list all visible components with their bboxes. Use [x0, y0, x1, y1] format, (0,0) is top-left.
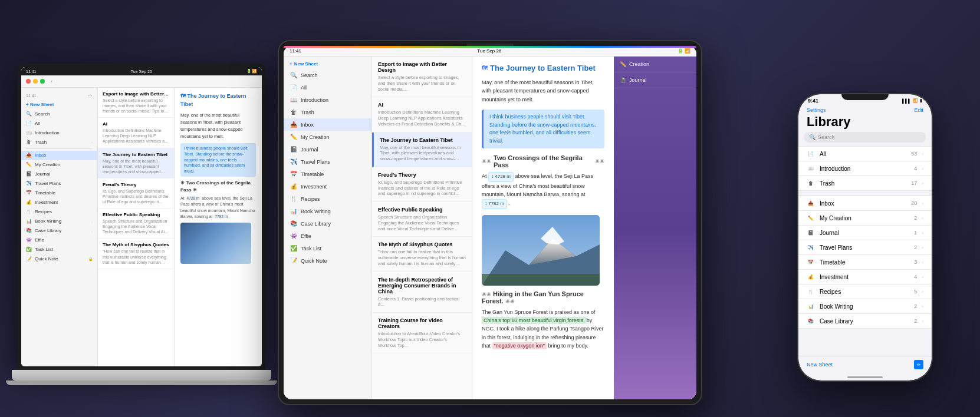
sidebar-item-quick-note[interactable]: 📝 Quick Note 🔒 [21, 254, 97, 264]
iphone-item-investment[interactable]: 💰 Investment 4 › [798, 270, 932, 284]
iphone-item-journal[interactable]: 📓 Journal 1 › [798, 226, 932, 240]
ipad-new-sheet-button[interactable]: + New Sheet [290, 61, 318, 67]
ipad-sidebar-inbox[interactable]: 📥 Inbox [284, 118, 371, 131]
iphone-introduction-chevron: › [922, 166, 923, 171]
sidebar-item-trash[interactable]: 🗑 Trash › [21, 137, 97, 147]
ipad-sidebar-my-creation[interactable]: ✏️ My Creation [284, 131, 371, 143]
iphone-compose-icon[interactable]: ✏ [914, 360, 923, 369]
iphone-item-travel-plans[interactable]: ✈️ Travel Plans 2 › [798, 240, 932, 255]
ipad-panel-creation[interactable]: ✏️ Creation [614, 57, 696, 72]
iphone-item-timetable[interactable]: 📅 Timetable 3 › [798, 255, 932, 270]
sidebar-item-recipes[interactable]: 🍴 Recipes [21, 207, 97, 217]
ipad-search-label: Search [301, 72, 366, 78]
ipad-sidebar-travel-plans[interactable]: ✈️ Travel Plans [284, 155, 371, 168]
introduction-icon: 📖 [26, 130, 32, 135]
sidebar-item-investment[interactable]: 💰 Investment [21, 198, 97, 207]
iphone-edit-button[interactable]: Edit [914, 107, 923, 113]
sidebar-item-my-creation[interactable]: ✏️ My Creation [21, 160, 97, 170]
sidebar-item-journal[interactable]: 📓 Journal [21, 170, 97, 179]
macbook-status-bar: 11:41 Tue Sep 26 🔋📶 [21, 67, 262, 75]
ipad-note-export[interactable]: Export to Image with Better Design Selec… [372, 57, 472, 97]
iphone-item-case-library[interactable]: 📚 Case Library 2 › [798, 314, 932, 329]
macbook-more-icon[interactable]: ··· [88, 92, 93, 99]
ipad-sidebar-all[interactable]: 📄 All [284, 81, 371, 94]
ipad-sidebar-introduction[interactable]: 📖 Introduction [284, 94, 371, 106]
mac-note-preview-freud: Id, Ego, and Superego Definitions Primit… [103, 188, 169, 204]
iphone-new-sheet-button[interactable]: New Sheet [807, 362, 833, 368]
ipad-sidebar-timetable[interactable]: 📅 Timetable [284, 168, 371, 180]
sidebar-item-timetable[interactable]: 📅 Timetable [21, 188, 97, 198]
iphone-item-trash[interactable]: 🗑 Trash 17 › [798, 176, 932, 191]
sidebar-item-task-list[interactable]: ✅ Task List [21, 245, 97, 254]
iphone-settings-button[interactable]: Settings [807, 107, 826, 113]
timetable-icon: 📅 [290, 171, 298, 177]
ipad-sidebar-book-writing[interactable]: 📊 Book Writing [284, 205, 371, 217]
ipad-sidebar-quick-note[interactable]: 📝 Quick Note [284, 254, 371, 267]
ipad-sidebar-trash[interactable]: 🗑 Trash [284, 106, 371, 118]
sidebar-item-effie[interactable]: 👾 Effie [21, 236, 97, 245]
mac-note-sisyphus[interactable]: The Myth of Sisyphus Quotes "How can one… [98, 239, 174, 269]
sidebar-item-inbox[interactable]: 📥 Inbox [21, 151, 97, 160]
sidebar-item-book-writing[interactable]: 📊 Book Writing › [21, 217, 97, 226]
sidebar-item-case-library[interactable]: 📚 Case Library › [21, 226, 97, 236]
iphone-item-book-writing[interactable]: 📊 Book Writing 2 › [798, 299, 932, 314]
ipad-sidebar-journal[interactable]: 📓 Journal [284, 143, 371, 155]
ipad-panel-journal[interactable]: 📓 Journal [614, 72, 696, 88]
sidebar-item-introduction[interactable]: 📖 Introduction [21, 128, 97, 137]
mac-note-export[interactable]: Export to Image with Better Design Selec… [98, 88, 174, 118]
search-icon: 🔍 [290, 72, 298, 78]
sidebar-item-all[interactable]: 📄 All [21, 118, 97, 128]
ipad-note-ai[interactable]: AI Introduction Definitions Machine Lear… [372, 97, 472, 132]
ipad-note-tibet[interactable]: The Journey to Eastern Tibet May, one of… [372, 133, 472, 167]
macbook-new-sheet-button[interactable]: + New Sheet [21, 100, 97, 109]
ipad-sidebar-recipes[interactable]: 🍴 Recipes [284, 193, 371, 205]
macbook-app-body: 11:41 ··· + New Sheet 🔍 Search 📄 All [21, 88, 262, 366]
quick-note-icon: 📝 [290, 257, 298, 264]
iphone-search-bar[interactable]: 🔍 Search [804, 132, 926, 143]
ipad-note-video[interactable]: Training Course for Video Creators Intro… [372, 313, 472, 353]
iphone-item-introduction[interactable]: 📖 Introduction 4 › [798, 161, 932, 176]
ipad-sidebar-case-library[interactable]: 📚 Case Library [284, 217, 371, 230]
iphone-item-recipes[interactable]: 🍴 Recipes 5 › [798, 284, 932, 299]
iphone-bottom-bar: New Sheet ✏ [798, 356, 932, 375]
sidebar-item-search[interactable]: 🔍 Search [21, 109, 97, 118]
iphone-journal-label: Journal [820, 230, 909, 236]
ipad-sidebar-task-list[interactable]: ✅ Task List [284, 242, 371, 254]
ipad-note-sisyphus[interactable]: The Myth of Sisyphus Quotes "How can one… [372, 237, 472, 272]
mac-close-dot[interactable] [26, 79, 31, 84]
mac-note-ai[interactable]: AI Introduction Definitions Machine Lear… [98, 118, 174, 148]
ipad-sidebar-effie[interactable]: 👾 Effie [284, 230, 371, 242]
sidebar-label-inbox: Inbox [35, 153, 93, 158]
iphone-section-2: 📥 Inbox 20 › ✏️ My Creation 2 › 📓 Journa… [798, 196, 932, 329]
sidebar-label-all: All [35, 121, 93, 126]
investment-icon: 💰 [807, 273, 815, 281]
mac-note-tibet[interactable]: The Journey to Eastern Tibet May, one of… [98, 148, 174, 178]
ipad-sidebar-search[interactable]: 🔍 Search [284, 69, 371, 81]
ipad-note-consumer[interactable]: The In-depth Retrospective of Emerging C… [372, 272, 472, 313]
mac-back-chevron[interactable]: ‹ [51, 78, 52, 84]
case-library-chevron: › [91, 229, 93, 233]
mac-note-preview-sisyphus: "How can one fail to realize that in thi… [103, 249, 169, 264]
mac-mountain-image [180, 223, 251, 264]
book-writing-chevron: › [91, 220, 93, 223]
ipad-note-freud[interactable]: Freud's Theory Id, Ego, and Superego Def… [372, 167, 472, 202]
ipad-quick-note-label: Quick Note [301, 258, 366, 264]
ipad-book-writing-label: Book Writing [301, 208, 366, 214]
macbook-status-text: 11:41 [26, 94, 37, 98]
iphone-item-my-creation[interactable]: ✏️ My Creation 2 › [798, 211, 932, 226]
iphone-item-inbox[interactable]: 📥 Inbox 20 › [798, 196, 932, 211]
mac-fullscreen-dot[interactable] [40, 79, 45, 84]
iphone-item-all[interactable]: 📄 All 53 › [798, 146, 932, 161]
case-library-icon: 📚 [290, 220, 298, 227]
sidebar-item-travel-plans[interactable]: ✈️ Travel Plans [21, 179, 97, 188]
mac-note-freud[interactable]: Freud's Theory Id, Ego, and Superego Def… [98, 178, 174, 208]
mac-minimize-dot[interactable] [33, 79, 38, 84]
ipad-sidebar-investment[interactable]: 💰 Investment [284, 180, 371, 193]
iphone-header: Settings Edit [798, 105, 932, 113]
ipad-case-library-label: Case Library [301, 221, 366, 227]
mac-content-highlight: I think business people should visit Tib… [180, 143, 256, 177]
iphone-journal-count: 1 [914, 230, 917, 236]
battery-icon: ▮ [920, 98, 922, 103]
mac-note-speaking[interactable]: Effective Public Speaking Speech Structu… [98, 208, 174, 239]
ipad-note-speaking[interactable]: Effective Public Speaking Speech Structu… [372, 202, 472, 237]
